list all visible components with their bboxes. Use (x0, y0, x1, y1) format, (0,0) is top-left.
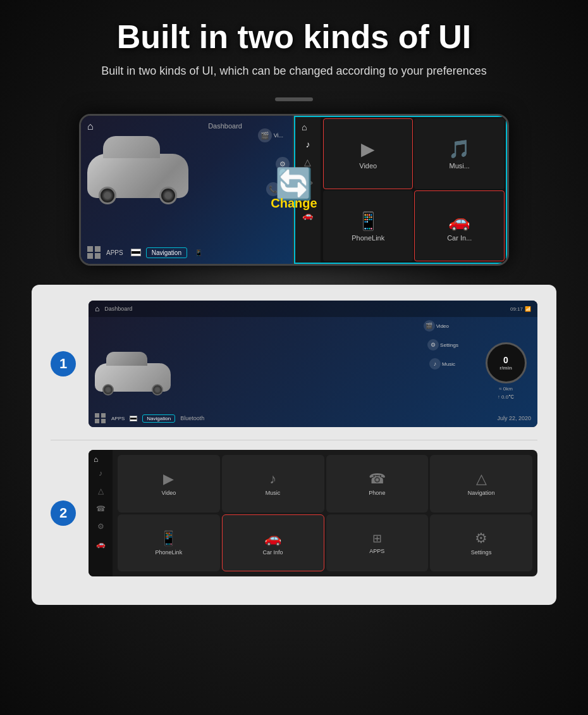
screen-demo-1: ⌂ Dashboard 09:17 📶 (89, 301, 537, 427)
grid-video-label: Video (359, 162, 377, 170)
home-icon-right: ⌂ (302, 122, 307, 132)
demo2-content: ⌂ ♪ △ ☎ ⚙ 🚗 ▶ Video ♪ Music (89, 450, 537, 576)
demo1-wheel-left (102, 384, 114, 395)
demo2-carinfo-label: Car Info (263, 549, 283, 556)
demo2-video[interactable]: ▶ Video (118, 455, 220, 513)
demo1-menu-music: ♪ Music (429, 358, 455, 370)
demo1-car-area: 🎬 Video ⚙ Settings ♪ Music (89, 317, 481, 425)
demo2-app-grid: ▶ Video ♪ Music ☎ Phone △ Navigation (113, 450, 537, 576)
demo1-content: ⌂ Dashboard 09:17 📶 (89, 301, 537, 427)
demo2-home-icon: ⌂ (94, 455, 98, 464)
demo1-main: 🎬 Video ⚙ Settings ♪ Music (89, 317, 537, 425)
demo2-phonelink[interactable]: 📱 PhoneLink (118, 514, 220, 572)
menu-item-video: 🎬 Vi... (258, 128, 283, 142)
status-wifi: 📶 (525, 306, 531, 312)
demo1-status: 09:17 📶 (510, 306, 531, 312)
home-icon-left: ⌂ (87, 121, 94, 132)
demo2-sidebar-car: 🚗 (96, 540, 106, 549)
grid-video-icon: ▶ (361, 139, 375, 159)
demo2-sidebar-music: ♪ (99, 469, 102, 478)
demo2-carinfo[interactable]: 🚗 Car Info (222, 514, 324, 572)
demo2-video-icon: ▶ (163, 471, 174, 487)
ui-right-panel: ⌂ ♪ △ 📞 ⚙ 🚗 ▶ Video 🎵 Musi... (294, 116, 507, 264)
ui-left-panel: ⌂ Dashboard 🎬 Vi... ⚙ 📞 (81, 116, 294, 264)
demo1-flag (130, 416, 137, 421)
apps-label: APPS (106, 249, 123, 256)
grid-item-music: 🎵 Musi... (414, 118, 505, 189)
demo2-sidebar-settings: ⚙ (97, 522, 104, 531)
status-time: 09:17 (510, 306, 523, 312)
demo2-sidebar-phone: ☎ (96, 504, 106, 513)
demo1-wheel-right (152, 384, 163, 395)
right-grid: ▶ Video 🎵 Musi... 📱 PhoneLink 🚗 Car In..… (322, 117, 506, 263)
car-wheel-right (159, 187, 177, 204)
ui-demo-2: 2 ⌂ ♪ △ ☎ ⚙ 🚗 ▶ Video (51, 450, 537, 576)
demo1-video-label: Video (436, 323, 449, 329)
demo2-phone[interactable]: ☎ Phone (326, 455, 429, 513)
page-title: Built in two kinds of UI (38, 19, 550, 55)
change-label: Change (271, 196, 317, 211)
demo1-settings-icon: ⚙ (427, 339, 439, 351)
bottom-bar-left: APPS Navigation 📱 (81, 246, 293, 259)
flag-icon (131, 249, 141, 256)
grid-phonelink-label: PhoneLink (352, 234, 384, 242)
demo1-menu-video: 🎬 Video (424, 320, 449, 332)
screen-demo-2: ⌂ ♪ △ ☎ ⚙ 🚗 ▶ Video ♪ Music (89, 450, 537, 576)
nav-badge-left: Navigation (146, 247, 187, 258)
badge-1: 1 (51, 351, 76, 376)
demo2-settings-icon: ⚙ (475, 530, 487, 547)
change-overlay: 🔄 Change (271, 169, 317, 211)
bottom-section: 1 ⌂ Dashboard 09:17 📶 (32, 285, 556, 605)
demo1-speedometer: 0 r/min ≈ 0km ↑ 0.0℃ (481, 317, 531, 425)
demo2-phonelink-label: PhoneLink (156, 549, 183, 556)
demo1-bluetooth-label: Bluetooth (180, 415, 204, 421)
speedo-stat2: ↑ 0.0℃ (498, 394, 514, 400)
demo2-phone-label: Phone (369, 490, 385, 496)
grid-music-icon: 🎵 (448, 139, 470, 159)
grid-phonelink-icon: 📱 (357, 211, 379, 232)
demo1-video-icon: 🎬 (424, 320, 435, 332)
demo2-phonelink-icon: 📱 (160, 530, 177, 547)
speedo-inner: 0 r/min (499, 355, 512, 371)
car-body-left (87, 154, 188, 198)
demo2-phone-icon: ☎ (369, 471, 386, 487)
demo1-bottom: APPS Navigation Bluetooth July 22, 2020 (89, 413, 537, 423)
car-image-left (87, 135, 195, 204)
apps-icon (87, 246, 101, 259)
change-arrow-icon: 🔄 (275, 169, 313, 199)
grid-item-carinfo: 🚗 Car In... (414, 190, 505, 261)
demo1-home: ⌂ (95, 304, 99, 313)
sidebar-nav-icon: △ (304, 157, 311, 167)
grid-carinfo-icon: 🚗 (448, 211, 470, 232)
demo2-apps[interactable]: ⊞ APPS (326, 514, 429, 572)
page-subtitle: Built in two kinds of UI, which can be c… (38, 63, 550, 80)
grid-carinfo-label: Car In... (447, 234, 472, 242)
sidebar-music-icon: ♪ (305, 139, 310, 149)
demo1-apps-label: APPS (111, 416, 125, 421)
demo2-navigation[interactable]: △ Navigation (430, 455, 532, 513)
demo2-settings[interactable]: ⚙ Settings (430, 514, 532, 572)
demo1-nav-badge: Navigation (142, 414, 175, 423)
speedo-stat1: ≈ 0km (499, 386, 513, 392)
demo1-date: July 22, 2020 (497, 415, 531, 421)
demo2-nav-icon: △ (476, 471, 487, 487)
demo1-apps-icon (95, 413, 106, 423)
combined-screen: ⌂ Dashboard 🎬 Vi... ⚙ 📞 (79, 114, 509, 266)
divider (275, 97, 313, 101)
demo2-apps-icon: ⊞ (372, 532, 382, 545)
demo2-sidebar: ⌂ ♪ △ ☎ ⚙ 🚗 (89, 450, 113, 576)
demo1-menu-settings: ⚙ Settings (427, 339, 458, 351)
demo2-carinfo-icon: 🚗 (264, 530, 281, 547)
demo2-music-icon: ♪ (269, 471, 276, 487)
demo1-car-body (95, 363, 171, 392)
speedo-circle: 0 r/min (486, 342, 527, 383)
demo2-music[interactable]: ♪ Music (222, 455, 324, 513)
demo2-sidebar-nav: △ (98, 487, 104, 495)
demo2-music-label: Music (266, 490, 281, 496)
demo1-topbar: ⌂ Dashboard 09:17 📶 (89, 301, 537, 317)
speed-value: 0 (499, 355, 512, 365)
demo2-settings-label: Settings (471, 549, 492, 556)
demo1-car (95, 351, 177, 392)
page-header: Built in two kinds of UI Built in two ki… (0, 0, 588, 86)
bluetooth-icon-left: 📱 (195, 249, 202, 256)
